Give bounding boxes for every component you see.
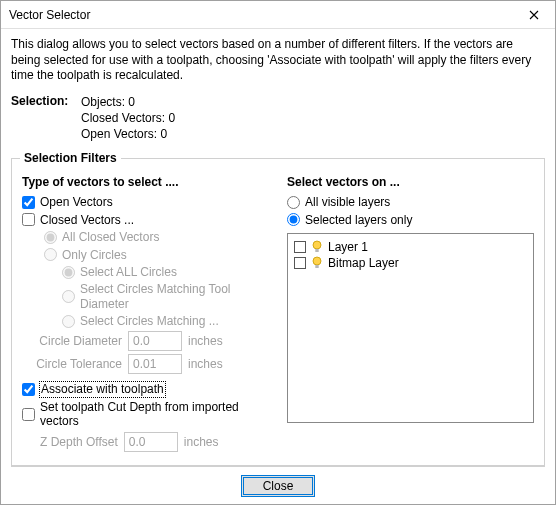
select-match-label: Select Circles Matching ... [80, 314, 219, 328]
set-cut-depth-checkbox[interactable]: Set toolpath Cut Depth from imported vec… [22, 400, 269, 429]
selected-layers-label: Selected layers only [305, 213, 412, 227]
svg-point-0 [313, 241, 321, 249]
select-match-tool-label: Select Circles Matching Tool Diameter [80, 282, 269, 311]
window-title: Vector Selector [9, 8, 90, 22]
all-visible-layers-radio[interactable]: All visible layers [287, 195, 534, 209]
svg-rect-1 [315, 249, 318, 252]
selection-summary: Selection: Objects: 0 Closed Vectors: 0 … [11, 94, 545, 143]
circle-diameter-label: Circle Diameter [22, 334, 122, 348]
select-all-circles-label: Select ALL Circles [80, 265, 177, 279]
close-button-label: Close [263, 479, 294, 493]
circle-diameter-row: Circle Diameter inches [22, 331, 269, 351]
layer-row[interactable]: Bitmap Layer [294, 256, 527, 270]
close-button[interactable]: Close [241, 475, 315, 497]
select-match-radio: Select Circles Matching ... [62, 314, 269, 328]
group-legend: Selection Filters [20, 151, 121, 165]
selection-objects: Objects: 0 [81, 94, 175, 110]
select-all-circles-radio: Select ALL Circles [62, 265, 269, 279]
dialog-window: Vector Selector This dialog allows you t… [0, 0, 556, 505]
set-cut-depth-label: Set toolpath Cut Depth from imported vec… [40, 400, 269, 429]
all-visible-label: All visible layers [305, 195, 390, 209]
selection-label: Selection: [11, 94, 81, 143]
closed-vectors-label: Closed Vectors ... [40, 213, 134, 227]
titlebar: Vector Selector [1, 1, 555, 29]
layer-name: Layer 1 [328, 240, 368, 254]
selection-filters-group: Selection Filters Type of vectors to sel… [11, 158, 545, 465]
circle-tolerance-label: Circle Tolerance [22, 357, 122, 371]
close-icon[interactable] [513, 1, 555, 29]
only-circles-label: Only Circles [62, 248, 127, 262]
closed-vectors-checkbox[interactable]: Closed Vectors ... [22, 213, 269, 227]
layer-checkbox[interactable] [294, 257, 306, 269]
circle-tolerance-unit: inches [188, 357, 223, 371]
all-closed-radio: All Closed Vectors [44, 230, 269, 244]
selection-open: Open Vectors: 0 [81, 126, 175, 142]
z-offset-row: Z Depth Offset inches [40, 432, 269, 452]
left-column: Type of vectors to select .... Open Vect… [22, 173, 269, 454]
svg-point-2 [313, 257, 321, 265]
right-column: Select vectors on ... All visible layers… [287, 173, 534, 454]
type-heading: Type of vectors to select .... [22, 175, 269, 189]
lightbulb-icon [311, 256, 323, 270]
only-circles-radio: Only Circles [44, 248, 269, 262]
associate-toolpath-checkbox[interactable]: Associate with toolpath [22, 382, 269, 396]
z-offset-input [124, 432, 178, 452]
intro-text: This dialog allows you to select vectors… [11, 37, 545, 84]
associate-toolpath-label: Associate with toolpath [40, 382, 165, 396]
layers-heading: Select vectors on ... [287, 175, 534, 189]
all-closed-label: All Closed Vectors [62, 230, 159, 244]
open-vectors-label: Open Vectors [40, 195, 113, 209]
z-offset-unit: inches [184, 435, 219, 449]
footer: Close [11, 466, 545, 503]
dialog-body: This dialog allows you to select vectors… [1, 29, 555, 505]
selection-values: Objects: 0 Closed Vectors: 0 Open Vector… [81, 94, 175, 143]
layer-checkbox[interactable] [294, 241, 306, 253]
layer-name: Bitmap Layer [328, 256, 399, 270]
circle-tolerance-row: Circle Tolerance inches [22, 354, 269, 374]
svg-rect-3 [315, 265, 318, 268]
layers-listbox[interactable]: Layer 1 Bitmap Layer [287, 233, 534, 423]
selected-layers-radio[interactable]: Selected layers only [287, 213, 534, 227]
circle-diameter-unit: inches [188, 334, 223, 348]
select-match-tool-radio: Select Circles Matching Tool Diameter [62, 282, 269, 311]
lightbulb-icon [311, 240, 323, 254]
layer-row[interactable]: Layer 1 [294, 240, 527, 254]
z-offset-label: Z Depth Offset [40, 435, 118, 449]
circle-tolerance-input [128, 354, 182, 374]
open-vectors-checkbox[interactable]: Open Vectors [22, 195, 269, 209]
circle-diameter-input [128, 331, 182, 351]
selection-closed: Closed Vectors: 0 [81, 110, 175, 126]
